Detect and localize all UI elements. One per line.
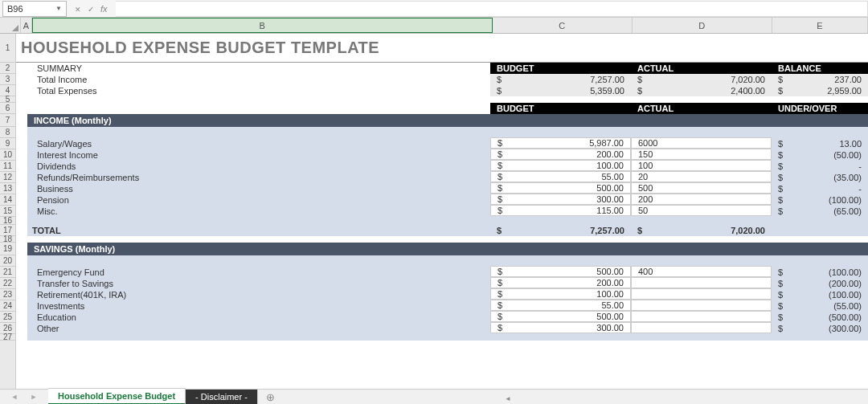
cell-value[interactable]: 5,987.00 xyxy=(589,138,630,148)
col-header-e[interactable]: E xyxy=(772,18,868,33)
col-header-a[interactable]: A xyxy=(21,18,32,33)
row-header[interactable]: 24 xyxy=(0,300,15,312)
row-header[interactable]: 18 xyxy=(0,236,15,243)
sheet-body: 1 2 3 4 5 6 7 8 9 10 11 12 13 14 15 16 1… xyxy=(0,34,868,389)
cell-value[interactable]: 5,359.00 xyxy=(590,86,631,96)
cell-value[interactable]: 100.00 xyxy=(596,289,630,299)
cell-value[interactable]: 500.00 xyxy=(596,312,630,321)
cell-value[interactable]: 6000 xyxy=(632,138,657,148)
cell-value[interactable]: 7,257.00 xyxy=(590,75,631,84)
cell-value[interactable]: 55.00 xyxy=(601,300,630,310)
add-sheet-button[interactable]: ⊕ xyxy=(258,391,283,403)
scroll-marker-icon[interactable]: ◄ xyxy=(505,395,511,402)
cell-value[interactable]: 50 xyxy=(632,206,648,215)
row-label: Retirement(401K, IRA) xyxy=(27,289,490,300)
summary-label: SUMMARY xyxy=(27,63,490,74)
data-row: Pension$300.00200$(100.00) xyxy=(16,194,868,206)
cell-value[interactable]: (55.00) xyxy=(833,301,868,311)
cell-value: 7,257.00 xyxy=(590,226,631,235)
formula-input[interactable] xyxy=(116,1,868,17)
row-header[interactable]: 8 xyxy=(0,127,15,138)
row-label: Transfer to Savings xyxy=(27,278,490,289)
cell-value[interactable]: (65.00) xyxy=(833,206,868,216)
cell-value[interactable]: 200.00 xyxy=(596,149,630,159)
cell-value[interactable]: (100.00) xyxy=(829,195,868,205)
row-header[interactable]: 5 xyxy=(0,96,15,103)
row-header[interactable]: 27 xyxy=(0,334,15,341)
row-header[interactable]: 9 xyxy=(0,138,15,149)
row-header[interactable]: 12 xyxy=(0,172,15,183)
cell-value[interactable]: 115.00 xyxy=(596,206,630,215)
row-header[interactable]: 2 xyxy=(0,63,15,74)
cell-value[interactable]: - xyxy=(858,161,868,171)
cell-value[interactable]: (100.00) xyxy=(829,267,868,277)
cell-value[interactable]: 300.00 xyxy=(596,194,630,204)
row-header[interactable]: 22 xyxy=(0,278,15,289)
cell-value[interactable]: 400 xyxy=(632,267,653,276)
cell-value[interactable]: (100.00) xyxy=(829,290,868,300)
chevron-first-icon[interactable]: ◄ xyxy=(11,393,18,401)
row-header[interactable]: 6 xyxy=(0,103,15,114)
col-header-b[interactable]: B xyxy=(32,18,493,33)
cell-value[interactable]: 500 xyxy=(632,183,653,193)
cell-value[interactable]: 300.00 xyxy=(596,323,630,333)
cell-value[interactable]: (200.00) xyxy=(829,279,868,288)
tab-disclaimer[interactable]: - Disclaimer - xyxy=(186,389,258,404)
row-label: Interest Income xyxy=(27,149,490,161)
row-header[interactable]: 20 xyxy=(0,255,15,267)
tab-nav[interactable]: ◄ ► xyxy=(0,393,48,401)
row-header[interactable]: 11 xyxy=(0,161,15,172)
row-header[interactable]: 10 xyxy=(0,149,15,161)
row-header[interactable]: 14 xyxy=(0,194,15,206)
select-all-corner[interactable] xyxy=(0,18,21,33)
cell-value[interactable]: 100.00 xyxy=(596,161,630,170)
name-box[interactable]: B96 ▼ xyxy=(2,1,67,17)
cell-value[interactable]: 7,020.00 xyxy=(731,75,772,84)
header-actual: ACTUAL xyxy=(631,103,772,114)
cancel-icon[interactable] xyxy=(75,4,81,14)
cell-value[interactable]: (500.00) xyxy=(829,312,868,322)
row-header[interactable]: 19 xyxy=(0,243,15,255)
cell-value[interactable]: 237.00 xyxy=(834,75,868,84)
cell-value[interactable]: 500.00 xyxy=(596,267,630,276)
cell-value[interactable]: (300.00) xyxy=(829,324,868,333)
tab-household-budget[interactable]: Household Expense Budget xyxy=(48,388,186,404)
header-budget: BUDGET xyxy=(490,103,631,114)
row-header[interactable]: 3 xyxy=(0,74,15,85)
cell-value: 7,020.00 xyxy=(731,226,772,235)
row-header[interactable]: 1 xyxy=(0,34,15,63)
confirm-icon[interactable] xyxy=(88,4,94,14)
cell-value[interactable]: 500.00 xyxy=(596,183,630,193)
summary-row: Total Expenses $5,359.00 $2,400.00 $2,95… xyxy=(16,85,868,96)
cell-value[interactable]: 2,400.00 xyxy=(731,86,772,96)
col-header-c[interactable]: C xyxy=(493,18,633,33)
data-row: Business$500.00500$- xyxy=(16,183,868,194)
column-headers: A B C D E xyxy=(0,18,868,34)
cell-value[interactable]: 150 xyxy=(632,149,653,159)
row-header[interactable]: 25 xyxy=(0,312,15,323)
cell-value[interactable]: (50.00) xyxy=(833,150,868,160)
cell-value[interactable]: 55.00 xyxy=(601,172,630,182)
cell-value[interactable]: 200.00 xyxy=(596,278,630,288)
row-label: Business xyxy=(27,183,490,194)
dropdown-icon[interactable]: ▼ xyxy=(55,5,62,12)
cell-value[interactable]: 20 xyxy=(632,172,648,182)
cell-value[interactable]: 200 xyxy=(632,194,653,204)
cell-value[interactable]: 100 xyxy=(632,161,653,170)
row-header[interactable]: 13 xyxy=(0,183,15,194)
cell-value[interactable]: - xyxy=(858,184,868,194)
col-header-d[interactable]: D xyxy=(633,18,772,33)
chevron-last-icon[interactable]: ► xyxy=(31,393,38,401)
row-header[interactable]: 7 xyxy=(0,114,15,127)
formula-bar: B96 ▼ fx xyxy=(0,0,868,18)
row-header[interactable]: 23 xyxy=(0,289,15,300)
row-header[interactable]: 21 xyxy=(0,267,15,278)
row-label: Emergency Fund xyxy=(27,267,490,278)
cell-value[interactable]: 13.00 xyxy=(839,139,868,149)
row-header[interactable]: 15 xyxy=(0,206,15,217)
grid[interactable]: HOUSEHOLD EXPENSE BUDGET TEMPLATE SUMMAR… xyxy=(16,34,868,389)
fx-icon[interactable]: fx xyxy=(100,4,108,14)
row-header[interactable]: 16 xyxy=(0,217,15,225)
cell-value[interactable]: (35.00) xyxy=(833,173,868,182)
cell-value[interactable]: 2,959.00 xyxy=(827,86,868,96)
